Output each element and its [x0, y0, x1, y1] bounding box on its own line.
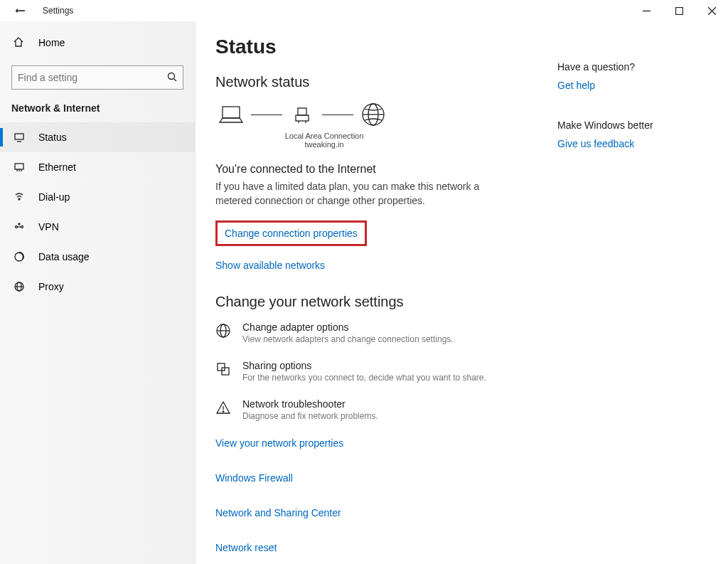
nav-ethernet[interactable]: Ethernet [0, 152, 195, 182]
question-heading: Have a question? [557, 61, 700, 73]
svg-point-14 [21, 226, 23, 228]
setting-title: Network troubleshooter [242, 398, 378, 410]
svg-point-13 [16, 226, 18, 228]
show-available-networks-link[interactable]: Show available networks [215, 260, 325, 271]
setting-title: Change adapter options [242, 321, 454, 333]
nav-label: Proxy [38, 281, 64, 292]
svg-rect-22 [298, 108, 306, 115]
svg-rect-21 [223, 107, 240, 118]
connected-body: If you have a limited data plan, you can… [215, 180, 486, 208]
router-icon [287, 102, 318, 127]
connection-name: Local Area Connection [264, 132, 385, 140]
windows-firewall-link[interactable]: Windows Firewall [215, 472, 293, 484]
setting-title: Sharing options [242, 360, 486, 371]
minimize-button[interactable] [630, 0, 663, 21]
search-box[interactable] [11, 65, 183, 90]
nav-status[interactable]: Status [0, 122, 195, 152]
network-diagram [215, 102, 557, 127]
nav-label: Dial-up [38, 191, 70, 203]
nav-label: Ethernet [38, 161, 76, 173]
svg-point-12 [18, 198, 20, 200]
setting-adapter-options[interactable]: Change adapter optionsView network adapt… [215, 321, 557, 344]
setting-sharing-options[interactable]: Sharing optionsFor the networks you conn… [215, 360, 557, 383]
connection-label: Local Area Connection tweaking.in [264, 132, 385, 149]
sidebar: Home Network & Internet Status Ethernet … [0, 21, 196, 564]
better-heading: Make Windows better [557, 119, 700, 131]
home-icon [13, 36, 26, 50]
status-icon [13, 132, 26, 143]
search-input[interactable] [18, 72, 167, 83]
svg-rect-23 [296, 115, 309, 121]
section-header: Network & Internet [0, 102, 195, 122]
nav-label: VPN [38, 221, 59, 233]
svg-rect-1 [675, 7, 682, 14]
connection-sub: tweaking.in [264, 140, 385, 149]
data-usage-icon [13, 251, 26, 262]
ethernet-icon [13, 161, 26, 173]
network-status-heading: Network status [215, 74, 557, 90]
feedback-link[interactable]: Give us feedback [557, 138, 700, 149]
dialup-icon [13, 191, 26, 203]
proxy-icon [13, 281, 26, 292]
view-network-properties-link[interactable]: View your network properties [215, 437, 343, 449]
search-icon [167, 72, 177, 84]
window-title: Settings [43, 6, 73, 16]
setting-troubleshooter[interactable]: Network troubleshooterDiagnose and fix n… [215, 398, 557, 421]
globe-icon [358, 102, 389, 127]
laptop-icon [215, 102, 247, 127]
close-button[interactable] [695, 0, 728, 21]
nav-vpn[interactable]: VPN [0, 212, 195, 242]
svg-rect-33 [222, 368, 229, 375]
setting-desc: View network adapters and change connect… [242, 334, 454, 344]
maximize-button[interactable] [663, 0, 695, 21]
change-settings-heading: Change your network settings [215, 294, 557, 310]
vpn-icon [13, 221, 26, 233]
setting-desc: For the networks you connect to, decide … [242, 373, 486, 383]
svg-rect-32 [218, 363, 225, 371]
setting-desc: Diagnose and fix network problems. [242, 411, 378, 421]
nav-label: Status [38, 132, 67, 143]
nav-label: Data usage [38, 251, 90, 262]
highlight-box: Change connection properties [215, 220, 367, 246]
change-connection-properties-link[interactable]: Change connection properties [225, 228, 358, 239]
svg-rect-6 [15, 134, 23, 139]
svg-line-5 [174, 78, 177, 81]
back-button[interactable]: 🠔 [13, 5, 27, 17]
svg-point-4 [168, 73, 175, 79]
svg-rect-8 [15, 164, 23, 169]
sharing-icon [215, 360, 232, 383]
page-title: Status [215, 36, 557, 58]
adapter-icon [215, 321, 232, 344]
connected-heading: You're connected to the Internet [215, 163, 557, 176]
home-label: Home [38, 37, 65, 48]
nav-data-usage[interactable]: Data usage [0, 242, 195, 272]
diagram-line [251, 115, 282, 115]
nav-dialup[interactable]: Dial-up [0, 182, 195, 212]
svg-point-16 [18, 223, 20, 225]
svg-point-35 [223, 411, 223, 412]
troubleshooter-icon [215, 398, 232, 421]
diagram-line [322, 115, 353, 115]
get-help-link[interactable]: Get help [557, 80, 700, 91]
home-button[interactable]: Home [0, 28, 195, 57]
network-sharing-center-link[interactable]: Network and Sharing Center [215, 507, 341, 518]
nav-proxy[interactable]: Proxy [0, 272, 195, 302]
network-reset-link[interactable]: Network reset [215, 542, 277, 553]
